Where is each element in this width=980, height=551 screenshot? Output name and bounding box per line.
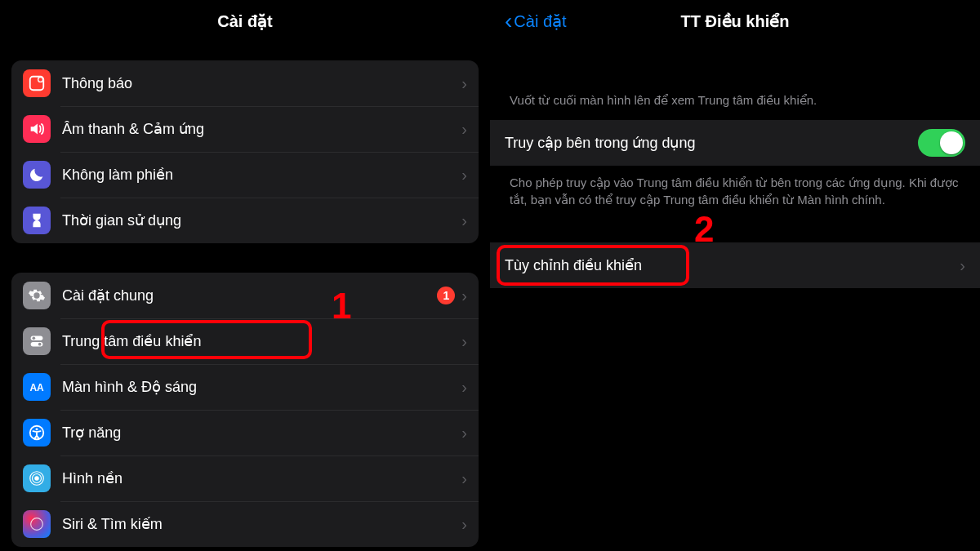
settings-group-2: Cài đặt chung 1 › Trung tâm điều khiển ›…	[11, 273, 479, 547]
svg-point-4	[33, 337, 36, 340]
screentime-icon	[23, 207, 51, 234]
hint-top: Vuốt từ cuối màn hình lên để xem Trung t…	[490, 42, 980, 120]
control-center-icon	[23, 327, 51, 355]
badge: 1	[437, 287, 455, 304]
general-icon	[23, 282, 51, 309]
row-notifications[interactable]: Thông báo ›	[11, 60, 479, 106]
settings-group-1: Thông báo › Âm thanh & Cảm ứng › Không l…	[11, 60, 479, 243]
chevron-right-icon: ›	[461, 424, 467, 442]
svg-point-5	[38, 343, 42, 346]
row-label: Cài đặt chung	[62, 287, 430, 304]
row-label: Không làm phiền	[62, 166, 455, 184]
notifications-icon	[23, 69, 51, 97]
page-title: Cài đặt	[217, 11, 273, 31]
row-label: Siri & Tìm kiếm	[62, 515, 455, 533]
chevron-right-icon: ›	[461, 378, 467, 397]
display-icon: AA	[23, 373, 51, 401]
row-label: Thời gian sử dụng	[62, 211, 455, 229]
sounds-icon	[23, 115, 51, 143]
row-dnd[interactable]: Không làm phiền ›	[11, 152, 479, 198]
row-label: Trung tâm điều khiển	[62, 332, 455, 350]
chevron-right-icon: ›	[461, 469, 467, 488]
row-access-in-apps[interactable]: Truy cập bên trong ứng dụng	[490, 120, 980, 166]
control-center-screen: ‹ Cài đặt TT Điều khiển Vuốt từ cuối màn…	[490, 0, 980, 551]
svg-point-12	[31, 518, 43, 531]
svg-point-9	[34, 476, 39, 481]
row-wallpaper[interactable]: Hình nền ›	[11, 455, 479, 501]
row-sounds[interactable]: Âm thanh & Cảm ứng ›	[11, 106, 479, 152]
chevron-right-icon: ›	[461, 211, 467, 230]
page-title: TT Điều khiển	[681, 11, 790, 31]
row-customize-controls[interactable]: Tùy chỉnh điều khiển ›	[490, 242, 980, 288]
navbar-left: Cài đặt	[0, 0, 490, 42]
svg-point-8	[36, 428, 38, 430]
chevron-right-icon: ›	[461, 166, 467, 184]
chevron-right-icon: ›	[461, 515, 467, 534]
accessibility-icon	[23, 419, 51, 447]
row-screentime[interactable]: Thời gian sử dụng ›	[11, 198, 479, 243]
row-general[interactable]: Cài đặt chung 1 ›	[11, 273, 479, 318]
siri-icon	[23, 510, 51, 538]
wallpaper-icon	[23, 464, 51, 492]
row-control-center[interactable]: Trung tâm điều khiển ›	[11, 318, 479, 364]
row-accessibility[interactable]: Trợ năng ›	[11, 410, 479, 455]
chevron-right-icon: ›	[461, 74, 467, 93]
back-button[interactable]: ‹ Cài đặt	[505, 10, 567, 33]
chevron-left-icon: ‹	[505, 10, 512, 33]
chevron-right-icon: ›	[461, 332, 467, 351]
row-siri[interactable]: Siri & Tìm kiếm ›	[11, 501, 479, 547]
row-label: Thông báo	[62, 75, 455, 92]
chevron-right-icon: ›	[461, 287, 467, 305]
stage: Cài đặt Thông báo › Âm thanh & Cảm ứng ›	[0, 0, 980, 551]
chevron-right-icon: ›	[960, 256, 965, 275]
row-label: Truy cập bên trong ứng dụng	[505, 134, 918, 152]
navbar-right: ‹ Cài đặt TT Điều khiển	[490, 0, 980, 42]
hint-bottom: Cho phép truy cập vào Trung tâm điều khi…	[490, 166, 980, 208]
settings-screen: Cài đặt Thông báo › Âm thanh & Cảm ứng ›	[0, 0, 490, 551]
row-display[interactable]: AA Màn hình & Độ sáng ›	[11, 364, 479, 410]
svg-point-1	[38, 77, 43, 82]
row-label: Hình nền	[62, 469, 455, 487]
row-label: Tùy chỉnh điều khiển	[505, 256, 953, 274]
svg-text:AA: AA	[29, 382, 44, 393]
back-label: Cài đặt	[514, 11, 566, 31]
row-label: Âm thanh & Cảm ứng	[62, 120, 455, 138]
switch-knob	[940, 131, 963, 154]
row-label: Màn hình & Độ sáng	[62, 378, 455, 396]
dnd-icon	[23, 161, 51, 189]
toggle-switch[interactable]	[918, 129, 965, 157]
chevron-right-icon: ›	[461, 120, 467, 139]
row-label: Trợ năng	[62, 424, 455, 442]
